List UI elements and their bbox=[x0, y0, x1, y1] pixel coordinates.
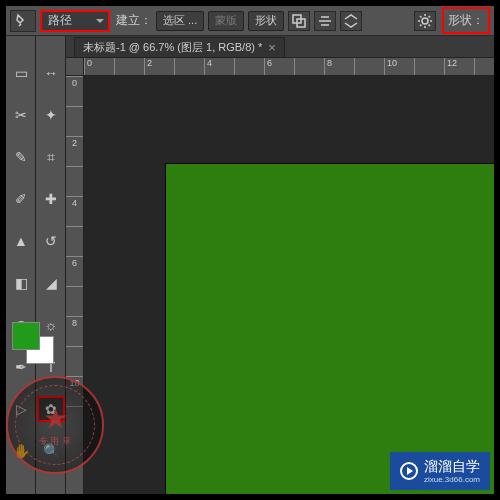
watermark-url: zixue.3d66.com bbox=[424, 476, 480, 484]
document-tab-bar: 未标题-1 @ 66.7% (图层 1, RGB/8) * × bbox=[6, 36, 494, 58]
path-align-icon[interactable] bbox=[314, 11, 336, 31]
canvas-viewport[interactable] bbox=[84, 76, 494, 494]
establish-label: 建立： bbox=[116, 12, 152, 29]
mode-label: 路径 bbox=[48, 12, 72, 29]
ruler-tick bbox=[66, 166, 83, 196]
marquee-icon[interactable]: ▭ bbox=[9, 62, 33, 84]
ruler-tick bbox=[414, 58, 444, 75]
play-icon bbox=[400, 462, 418, 480]
slice-icon[interactable]: ⌗ bbox=[39, 146, 63, 168]
ruler-tick bbox=[66, 346, 83, 376]
path-op1-icon[interactable] bbox=[288, 11, 310, 31]
star-icon: ★ bbox=[43, 402, 68, 435]
ruler-tick: 8 bbox=[324, 58, 354, 75]
tool-preset-picker[interactable] bbox=[10, 10, 36, 32]
ruler-tick bbox=[354, 58, 384, 75]
watermark-brand: 溜溜自学 bbox=[424, 458, 480, 476]
document-tab[interactable]: 未标题-1 @ 66.7% (图层 1, RGB/8) * × bbox=[74, 37, 285, 57]
ruler-tick bbox=[294, 58, 324, 75]
options-bar: 路径 建立： 选区 ... 蒙版 形状 形状： bbox=[6, 6, 494, 36]
wand-icon[interactable]: ✦ bbox=[39, 104, 63, 126]
ruler-horizontal[interactable]: 024681012141618 bbox=[84, 58, 494, 76]
ruler-tick: 8 bbox=[66, 316, 83, 346]
ruler-tick bbox=[66, 106, 83, 136]
heal-icon[interactable]: ✚ bbox=[39, 188, 63, 210]
app-window: 路径 建立： 选区 ... 蒙版 形状 形状： 未标题-1 @ 66.7% (图… bbox=[4, 4, 496, 496]
stamp-overlay: ★ 专 用 章 bbox=[6, 376, 104, 474]
ruler-tick: 0 bbox=[84, 58, 114, 75]
path-arrange-icon[interactable] bbox=[340, 11, 362, 31]
ruler-tick: 4 bbox=[66, 196, 83, 226]
mask-button[interactable]: 蒙版 bbox=[208, 11, 244, 31]
ruler-tick: 12 bbox=[444, 58, 474, 75]
watermark: 溜溜自学 zixue.3d66.com bbox=[390, 452, 490, 490]
move-icon[interactable]: ↔ bbox=[39, 62, 63, 84]
ruler-tick: 2 bbox=[66, 136, 83, 166]
stamp-icon[interactable]: ▲ bbox=[9, 230, 33, 252]
ruler-tick: 2 bbox=[144, 58, 174, 75]
ruler-tick: 0 bbox=[66, 76, 83, 106]
eraser-icon[interactable]: ◧ bbox=[9, 272, 33, 294]
ruler-tick: 4 bbox=[204, 58, 234, 75]
eyedropper-icon[interactable]: ✎ bbox=[9, 146, 33, 168]
workspace: 024681012141618 0246810 bbox=[66, 58, 494, 494]
ruler-tick bbox=[66, 286, 83, 316]
document-title: 未标题-1 @ 66.7% (图层 1, RGB/8) * bbox=[83, 40, 262, 55]
shape-button[interactable]: 形状 bbox=[248, 11, 284, 31]
color-swatch[interactable] bbox=[12, 322, 56, 364]
ruler-tick: 10 bbox=[384, 58, 414, 75]
selection-button[interactable]: 选区 ... bbox=[156, 11, 204, 31]
fill-icon[interactable]: ◢ bbox=[39, 272, 63, 294]
crop-icon[interactable]: ✂ bbox=[9, 104, 33, 126]
shape-selector-label[interactable]: 形状： bbox=[442, 7, 490, 34]
ruler-corner bbox=[66, 58, 84, 76]
ruler-tick bbox=[474, 58, 494, 75]
ruler-tick bbox=[114, 58, 144, 75]
gear-icon[interactable] bbox=[414, 11, 436, 31]
ruler-tick bbox=[66, 226, 83, 256]
mode-dropdown[interactable]: 路径 bbox=[40, 10, 110, 32]
brush-icon[interactable]: ✐ bbox=[9, 188, 33, 210]
ruler-tick: 6 bbox=[66, 256, 83, 286]
foreground-color-swatch[interactable] bbox=[12, 322, 40, 350]
stamp-text: 专 用 章 bbox=[39, 435, 71, 448]
svg-point-2 bbox=[422, 18, 428, 24]
history-brush-icon[interactable]: ↺ bbox=[39, 230, 63, 252]
canvas[interactable] bbox=[166, 164, 494, 494]
ruler-tick bbox=[234, 58, 264, 75]
close-icon[interactable]: × bbox=[268, 40, 276, 55]
ruler-tick: 6 bbox=[264, 58, 294, 75]
ruler-tick bbox=[174, 58, 204, 75]
